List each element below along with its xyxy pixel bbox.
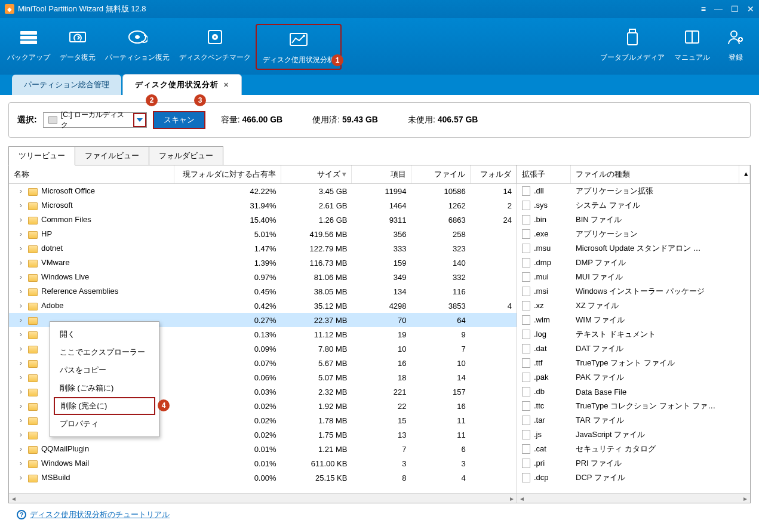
view-tab-tree[interactable]: ツリービュー [8,146,75,165]
disk-dropdown-arrow[interactable] [133,113,146,127]
tree-row[interactable]: ›Windows Mail0.01%611.00 KB33 [9,456,517,471]
manual-button[interactable]: マニュアル [669,24,715,70]
col-name[interactable]: 名称 [9,165,174,183]
data-recovery-button[interactable]: データ復元 [55,24,100,70]
expand-icon[interactable]: › [14,229,28,238]
menu-icon[interactable]: ≡ [701,4,706,14]
ext-row[interactable]: .logテキスト ドキュメント [517,327,750,342]
tree-row[interactable]: ›Reference Assemblies0.45%38.05 MB134116 [9,284,517,299]
context-menu-item[interactable]: プロパティ [50,415,159,433]
ext-row[interactable]: .pakPAK ファイル [517,370,750,385]
tree-row[interactable]: ›Microsoft Office42.22%3.45 GB1199410586… [9,184,517,198]
col-files[interactable]: ファイル [411,165,471,183]
tree-row[interactable]: ›Windows Live0.97%81.06 MB349332 [9,270,517,284]
ext-row[interactable]: .binBIN ファイル [517,213,750,227]
ext-row[interactable]: .dmpDMP ファイル [517,256,750,270]
tab-space-analyzer[interactable]: ディスク使用状況分析 ✕ [122,74,242,95]
expand-icon[interactable]: › [14,315,28,324]
expand-icon[interactable]: › [14,416,28,425]
col-percent[interactable]: 現フォルダに対する占有率 [174,165,281,183]
ext-row[interactable]: .dllアプリケーション拡張 [517,184,750,198]
tree-row[interactable]: ›Microsoft31.94%2.61 GB146412622 [9,198,517,213]
tree-row[interactable]: ›dotnet1.47%122.79 MB333323 [9,241,517,256]
ext-row[interactable]: .muiMUI ファイル [517,270,750,284]
expand-icon[interactable]: › [14,344,28,353]
scroll-right-icon[interactable]: ▸ [740,494,750,503]
expand-icon[interactable]: › [14,244,28,253]
bootable-media-button[interactable]: ブータブルメディア [595,24,669,70]
expand-icon[interactable]: › [14,430,28,439]
ext-row[interactable]: .sysシステム ファイル [517,198,750,213]
space-analyzer-button[interactable]: ディスク使用状況分析 1 [256,24,342,70]
ext-row[interactable]: .exeアプリケーション [517,227,750,241]
tutorial-link[interactable]: ディスク使用状況分析のチュートリアル [30,509,170,520]
expand-icon[interactable]: › [14,373,28,382]
expand-icon[interactable]: › [14,186,28,195]
ext-row[interactable]: .msiWindows インストーラー パッケージ [517,284,750,299]
context-menu-item[interactable]: 削除 (完全に)4 [54,397,155,415]
ext-row[interactable]: .tarTAR ファイル [517,413,750,428]
tree-body[interactable]: ›Microsoft Office42.22%3.45 GB1199410586… [9,184,517,493]
ext-row[interactable]: .dcpDCP ファイル [517,471,750,485]
ext-row[interactable]: .wimWIM ファイル [517,313,750,327]
tab-close-icon[interactable]: ✕ [223,81,229,89]
expand-icon[interactable]: › [14,258,28,267]
partition-recovery-button[interactable]: パーティション復元 [100,24,174,70]
context-menu-item[interactable]: 開く [50,325,159,343]
benchmark-button[interactable]: ディスクベンチマーク [174,24,256,70]
close-icon[interactable]: ✕ [747,4,754,14]
scroll-left-icon[interactable]: ◂ [9,494,19,503]
ext-row[interactable]: .priPRI ファイル [517,456,750,471]
scroll-right-icon[interactable]: ▸ [507,494,517,503]
context-menu-item[interactable]: 削除 (ごみ箱に) [50,379,159,397]
tree-row[interactable]: ›MSBuild0.00%25.15 KB84 [9,471,517,485]
ext-row[interactable]: .msuMicrosoft Update スタンドアロン … [517,241,750,256]
ext-row[interactable]: .catセキュリティ カタログ [517,442,750,456]
ext-row[interactable]: .ttcTrueType コレクション フォント ファ… [517,399,750,413]
expand-icon[interactable]: › [14,401,28,410]
ext-row[interactable]: .datDAT ファイル [517,342,750,356]
backup-button[interactable]: バックアップ [2,24,55,70]
tree-row[interactable]: ›VMware1.39%116.73 MB159140 [9,256,517,270]
ext-row[interactable]: .ttfTrueType フォント ファイル [517,356,750,370]
expand-icon[interactable]: › [14,387,28,396]
expand-icon[interactable]: › [14,287,28,296]
context-menu-item[interactable]: パスをコピー [50,361,159,379]
ext-row[interactable]: .jsJavaScript ファイル [517,428,750,442]
tree-row[interactable]: ›Adobe0.42%35.12 MB429838534 [9,299,517,313]
minimize-icon[interactable]: — [714,4,723,14]
tree-row[interactable]: ›Common Files15.40%1.26 GB9311686324 [9,213,517,227]
expand-icon[interactable]: › [14,215,28,224]
tree-hscrollbar[interactable]: ◂ ▸ [9,493,517,503]
col-extension[interactable]: 拡張子 [517,165,571,183]
view-tab-folder[interactable]: フォルダビュー [149,146,223,165]
expand-icon[interactable]: › [14,358,28,367]
maximize-icon[interactable]: ☐ [731,4,739,14]
col-items[interactable]: 項目 [352,165,411,183]
tab-partition-management[interactable]: パーティション総合管理 [12,75,121,95]
col-size[interactable]: サイズ ▾ [281,165,352,183]
context-menu-item[interactable]: ここでエクスプローラー [50,343,159,361]
expand-icon[interactable]: › [14,473,28,482]
expand-icon[interactable]: › [14,459,28,468]
register-button[interactable]: 登録 [715,24,757,70]
tree-row[interactable]: ›QQMailPlugin0.01%1.21 MB76 [9,442,517,456]
disk-select[interactable]: [C:] ローカルディスク [43,112,147,128]
view-tab-file[interactable]: ファイルビュー [75,146,149,165]
expand-icon[interactable]: › [14,301,28,310]
tree-row[interactable]: ›HP5.01%419.56 MB356258 [9,227,517,241]
scroll-left-icon[interactable]: ◂ [517,494,527,503]
expand-icon[interactable]: › [14,330,28,339]
col-folders[interactable]: フォルダ [471,165,517,183]
expand-icon[interactable]: › [14,444,28,453]
expand-icon[interactable]: › [14,201,28,210]
ext-row[interactable]: .xzXZ ファイル [517,299,750,313]
ext-hscrollbar[interactable]: ◂ ▸ [517,493,750,503]
col-filetype[interactable]: ファイルの種類 [571,165,739,183]
titlebar: ◆ MiniTool Partition Wizard 無料版 12.8 ≡ —… [0,0,759,18]
ext-row[interactable]: .dbData Base File [517,385,750,399]
expand-icon[interactable]: › [14,272,28,281]
ext-scroll-up-icon[interactable]: ▴ [739,165,750,183]
ext-body[interactable]: .dllアプリケーション拡張.sysシステム ファイル.binBIN ファイル.… [517,184,750,493]
scan-button[interactable]: スキャン [153,111,205,129]
